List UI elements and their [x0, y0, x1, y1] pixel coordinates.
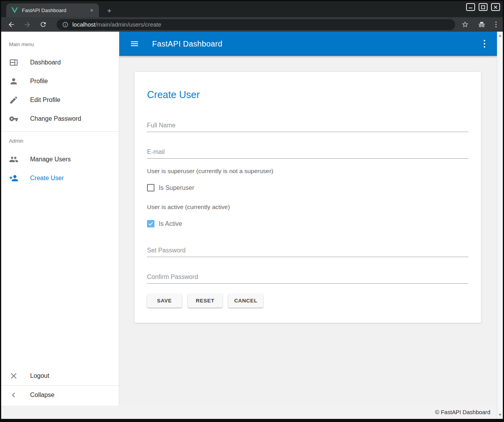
window-controls [466, 3, 500, 11]
window-close-button[interactable] [491, 3, 500, 11]
superuser-checkbox-label: Is Superuser [159, 184, 194, 191]
set-password-field [147, 247, 468, 257]
sidebar-item-label: Change Password [30, 115, 81, 122]
copyright-text: © FastAPI Dashboard [435, 409, 490, 415]
superuser-checkbox-unchecked-icon[interactable] [147, 184, 154, 191]
full-name-input[interactable] [147, 122, 468, 132]
browser-titlebar: FastAPI Dashboard [1, 1, 503, 17]
sidebar-item-label: Manage Users [30, 156, 71, 163]
form-buttons: SAVE RESET CANCEL [147, 294, 468, 308]
sidebar-item-label: Create User [30, 175, 64, 182]
sidebar-section-admin: Admin [1, 132, 119, 150]
hamburger-menu-icon[interactable] [130, 39, 139, 48]
address-bar[interactable]: localhost/main/admin/users/create [57, 19, 455, 30]
sidebar-item-change-password[interactable]: Change Password [1, 109, 119, 128]
set-password-input[interactable] [147, 247, 468, 257]
active-checkbox-checked-icon[interactable] [147, 220, 154, 227]
url-host: localhost [72, 21, 95, 28]
confirm-password-input[interactable] [147, 273, 468, 284]
scrollbar-up-arrow-icon[interactable] [499, 34, 502, 37]
save-button[interactable]: SAVE [147, 294, 182, 308]
sidebar-item-collapse[interactable]: Collapse [1, 386, 119, 404]
sidebar-bottom: Logout Collapse [1, 367, 119, 406]
window-maximize-button[interactable] [479, 3, 488, 11]
email-input[interactable] [147, 148, 468, 159]
pencil-icon [9, 95, 18, 105]
superuser-checkbox-row[interactable]: Is Superuser [147, 184, 468, 191]
toolbar-right-icons [461, 20, 497, 29]
group-icon [9, 155, 18, 164]
sidebar-item-label: Dashboard [30, 59, 61, 66]
person-icon [9, 77, 18, 86]
sidebar-item-label: Collapse [30, 392, 54, 399]
email-field [147, 148, 468, 159]
app-title: FastAPI Dashboard [152, 39, 483, 48]
sidebar-item-dashboard[interactable]: Dashboard [1, 53, 119, 72]
site-info-icon[interactable] [62, 21, 68, 28]
sidebar-item-label: Edit Profile [30, 97, 60, 104]
key-icon [9, 114, 18, 123]
browser-menu-icon[interactable] [495, 21, 497, 27]
bookmark-star-icon[interactable] [461, 21, 469, 28]
sidebar-item-label: Profile [30, 78, 48, 85]
dashboard-icon [9, 58, 18, 67]
full-name-field [147, 122, 468, 132]
active-checkbox-label: Is Active [159, 220, 182, 227]
sidebar-item-create-user[interactable]: Create User [1, 169, 119, 188]
sidebar-item-edit-profile[interactable]: Edit Profile [1, 91, 119, 109]
vertical-scrollbar[interactable] [497, 32, 503, 419]
confirm-password-field [147, 273, 468, 284]
scrollbar-down-arrow-icon[interactable] [499, 414, 502, 416]
superuser-hint: User is superuser (currently is not a su… [147, 167, 468, 175]
tab-close-icon[interactable] [88, 7, 95, 14]
sidebar-item-label: Logout [30, 372, 49, 379]
close-x-icon [9, 371, 18, 381]
page-viewport: Main menu Dashboard Profile Edit Profile… [1, 32, 503, 419]
app-toolbar: FastAPI Dashboard [119, 32, 497, 56]
sidebar-item-manage-users[interactable]: Manage Users [1, 150, 119, 169]
browser-tab[interactable]: FastAPI Dashboard [6, 4, 99, 17]
person-add-icon [9, 173, 18, 183]
vue-favicon-icon [11, 7, 18, 13]
sidebar: Main menu Dashboard Profile Edit Profile… [1, 32, 119, 406]
active-hint: User is active (currently active) [147, 203, 468, 211]
sidebar-section-main-menu: Main menu [1, 32, 119, 53]
chevron-left-icon [9, 390, 18, 400]
new-tab-button[interactable] [104, 5, 114, 16]
sidebar-item-profile[interactable]: Profile [1, 72, 119, 91]
url-path: /main/admin/users/create [95, 21, 161, 28]
app-menu-kebab-icon[interactable] [483, 39, 486, 48]
back-button-icon[interactable] [7, 21, 15, 29]
form-title: Create User [147, 89, 468, 100]
tab-title: FastAPI Dashboard [22, 7, 88, 13]
main-area: FastAPI Dashboard Create User User is su… [119, 32, 497, 406]
url-text: localhost/main/admin/users/create [72, 21, 161, 28]
window-minimize-button[interactable] [466, 3, 475, 11]
sidebar-item-logout[interactable]: Logout [1, 367, 119, 385]
create-user-card: Create User User is superuser (currently… [135, 72, 481, 323]
browser-toolbar: localhost/main/admin/users/create [1, 17, 503, 32]
cancel-button[interactable]: CANCEL [228, 294, 263, 308]
forward-button-icon[interactable] [23, 21, 31, 29]
active-checkbox-row[interactable]: Is Active [147, 220, 468, 227]
page-footer: © FastAPI Dashboard [1, 406, 497, 419]
reset-button[interactable]: RESET [188, 294, 222, 308]
incognito-icon [477, 20, 486, 29]
reload-button-icon[interactable] [39, 21, 47, 28]
